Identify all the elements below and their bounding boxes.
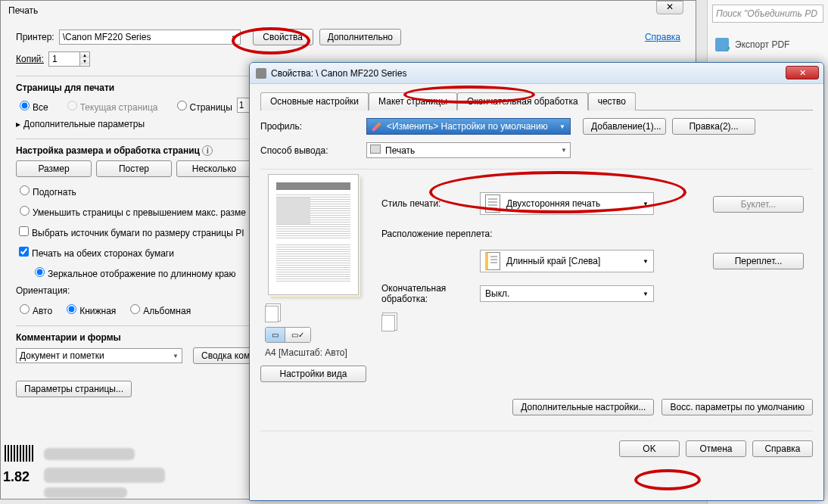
price-text: 1.82	[3, 469, 30, 485]
checkbox-paper-source[interactable]: Выбрать источник бумаги по размеру стран…	[16, 224, 244, 238]
copies-label: Копий:	[16, 54, 44, 64]
advanced-button[interactable]: Дополнительно	[319, 29, 401, 45]
tab-quality[interactable]: чество	[588, 92, 636, 110]
help-button[interactable]: Справка	[752, 440, 813, 457]
blurred-text	[44, 448, 135, 460]
booklet-button[interactable]: Буклет...	[713, 196, 804, 213]
printer-dropdown[interactable]: \Canon MF220 Series ▼	[59, 30, 241, 45]
output-dropdown[interactable]: Печать ▼	[366, 142, 571, 158]
binding-dropdown[interactable]: Длинный край [Слева] ▼	[480, 250, 654, 272]
properties-dialog: Свойства: \ Canon MF220 Series ✕ Основны…	[249, 62, 824, 501]
radio-current[interactable]: Текущая страница	[64, 98, 158, 113]
profile-dropdown[interactable]: <Изменить> Настройки по умолчанию ▼	[366, 118, 571, 135]
page-preview	[268, 174, 359, 295]
binding-value: Длинный край [Слева]	[506, 256, 600, 266]
chevron-down-icon: ▼	[643, 201, 649, 207]
profile-label: Профиль:	[260, 121, 366, 132]
print-close-button[interactable]: ✕	[656, 1, 683, 14]
export-pdf-icon	[715, 38, 729, 51]
add-profile-button[interactable]: Добавление(1)...	[583, 118, 666, 135]
edit-profile-button[interactable]: Правка(2)...	[672, 118, 755, 135]
preview-caption: A4 [Масштаб: Авто]	[265, 347, 366, 358]
radio-orient-portrait[interactable]: Книжная	[63, 302, 116, 316]
print-dialog-title: Печать ✕	[1, 1, 696, 21]
output-value: Печать	[385, 145, 415, 156]
blurred-text	[44, 468, 165, 483]
side-search-box[interactable]: Поиск "Объединить PD	[712, 5, 823, 23]
page-stack-icon	[265, 306, 366, 322]
chevron-down-icon: ▼	[643, 258, 649, 265]
ok-button[interactable]: OK	[619, 440, 680, 457]
chevron-down-icon: ▼	[173, 353, 179, 359]
pencil-icon	[372, 121, 382, 132]
comments-dropdown[interactable]: Документ и пометки ▼	[16, 348, 182, 363]
chevron-down-icon: ▼	[643, 291, 649, 297]
comments-value: Документ и пометки	[20, 350, 104, 361]
tab-layout[interactable]: Макет страницы	[369, 92, 457, 110]
properties-button[interactable]: Свойства	[253, 29, 313, 45]
radio-orient-auto[interactable]: Авто	[16, 302, 52, 316]
checkbox-duplex[interactable]: Печать на обеих сторонах бумаги	[16, 244, 174, 259]
tabs: Основные настройки Макет страницы Оконча…	[260, 92, 813, 110]
chevron-down-icon: ▼	[559, 123, 565, 130]
output-label: Способ вывода:	[260, 145, 366, 156]
properties-titlebar[interactable]: Свойства: \ Canon MF220 Series ✕	[250, 63, 823, 84]
binding-label: Расположение переплета:	[381, 229, 813, 239]
orientation-label: Ориентация:	[16, 285, 70, 296]
radio-shrink[interactable]: Уменьшить страницы с превышением макс. р…	[16, 204, 246, 218]
print-style-label: Стиль печати:	[381, 198, 480, 209]
binding-icon	[485, 252, 500, 270]
blurred-text	[44, 487, 127, 498]
tab-basic[interactable]: Основные настройки	[260, 92, 369, 110]
properties-close-button[interactable]: ✕	[786, 66, 819, 79]
chevron-down-icon: ▼	[561, 147, 567, 154]
size-button[interactable]: Размер	[16, 160, 92, 177]
radio-pages[interactable]: Страницы	[173, 98, 232, 113]
binding-button[interactable]: Переплет...	[713, 253, 804, 269]
view-mode-2[interactable]: ▭✓	[285, 328, 310, 342]
advanced-settings-button[interactable]: Дополнительные настройки...	[512, 399, 654, 415]
preview-pane: ▭▭✓ A4 [Масштаб: Авто] Настройки вида	[260, 174, 366, 382]
finishing-dropdown[interactable]: Выкл. ▼	[480, 285, 654, 302]
radio-orient-landscape[interactable]: Альбомная	[126, 302, 191, 316]
poster-button[interactable]: Постер	[96, 160, 172, 177]
multiple-button[interactable]: Несколько	[176, 160, 252, 177]
printer-small-icon	[370, 145, 381, 154]
print-title-text: Печать	[8, 5, 38, 16]
info-icon[interactable]: i	[202, 145, 213, 156]
tab-finishing[interactable]: Окончательная обработка	[457, 92, 588, 110]
duplex-icon	[485, 194, 500, 213]
restore-defaults-button[interactable]: Восс. параметры по умолчанию	[661, 399, 813, 415]
chevron-down-icon: ▼	[231, 34, 237, 41]
help-link[interactable]: Справка	[645, 32, 680, 42]
export-pdf-label: Экспорт PDF	[735, 39, 789, 50]
radio-all[interactable]: Все	[16, 98, 48, 113]
printer-value: \Canon MF220 Series	[63, 32, 151, 42]
output-stack-icon	[381, 315, 813, 331]
page-params-button[interactable]: Параметры страницы...	[16, 381, 132, 397]
print-style-dropdown[interactable]: Двухсторонняя печать ▼	[480, 192, 654, 215]
spin-down[interactable]: ▼	[80, 58, 89, 64]
printer-label: Принтер:	[16, 32, 54, 42]
radio-fit[interactable]: Подогнать	[16, 183, 76, 198]
printer-icon	[256, 68, 266, 79]
finishing-field-label: Окончательная обработка:	[381, 283, 480, 304]
profile-value: <Изменить> Настройки по умолчанию	[387, 121, 548, 132]
print-style-value: Двухсторонняя печать	[506, 198, 600, 209]
view-toggle[interactable]: ▭▭✓	[265, 327, 311, 343]
spin-up[interactable]: ▲	[80, 52, 89, 58]
view-settings-button[interactable]: Настройки вида	[260, 366, 366, 382]
finishing-value: Выкл.	[485, 288, 509, 299]
barcode-graphic	[5, 445, 35, 462]
export-pdf-item[interactable]: Экспорт PDF	[715, 38, 820, 51]
properties-title: Свойства: \ Canon MF220 Series	[271, 68, 406, 79]
radio-mirror[interactable]: Зеркальное отображение по длинному краю	[31, 265, 236, 279]
copies-spinner[interactable]: ▲▼	[48, 51, 90, 67]
view-mode-1[interactable]: ▭	[266, 328, 285, 342]
cancel-button[interactable]: Отмена	[686, 440, 746, 457]
copies-input[interactable]	[49, 52, 79, 66]
